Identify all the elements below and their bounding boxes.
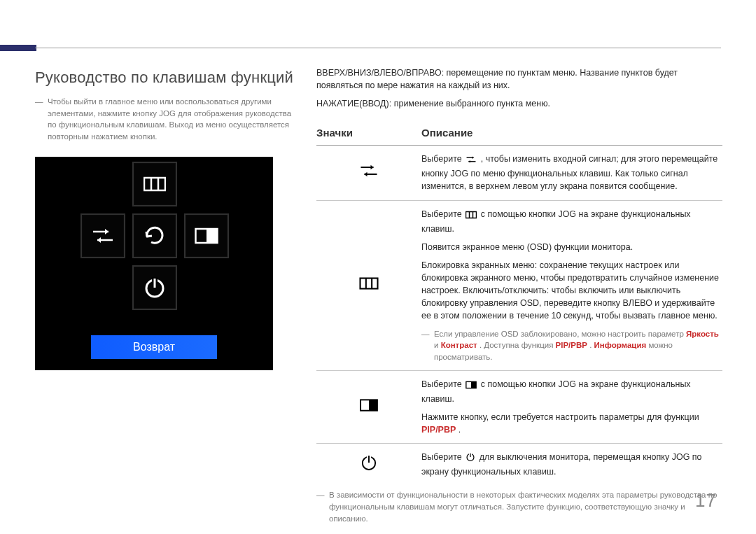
text-contrast: Контраст bbox=[441, 341, 477, 349]
svg-rect-8 bbox=[360, 278, 378, 288]
col-header-desc: Описание bbox=[421, 125, 722, 141]
return-icon bbox=[143, 224, 167, 248]
source-icon bbox=[359, 163, 379, 182]
row-power-icon-cell bbox=[316, 454, 421, 475]
pip-icon bbox=[195, 227, 218, 245]
footer-note: В зависимости от функциональности в неко… bbox=[316, 489, 722, 524]
osd-cell-menu[interactable] bbox=[132, 162, 177, 206]
source-icon-inline bbox=[465, 155, 477, 167]
col-header-icon: Значки bbox=[316, 125, 421, 141]
text: Выберите bbox=[421, 154, 464, 164]
menu-icon bbox=[359, 276, 379, 294]
text: Выберите bbox=[421, 379, 464, 389]
svg-rect-11 bbox=[466, 211, 477, 218]
text: Если управление OSD заблокировано, можно… bbox=[434, 330, 686, 338]
svg-rect-17 bbox=[471, 381, 476, 388]
row-power: Выберите для выключения монитора, переме… bbox=[316, 444, 722, 485]
text: и bbox=[434, 341, 441, 349]
osd-panel: Возврат bbox=[35, 157, 273, 370]
accent-bar bbox=[0, 45, 36, 51]
row-power-desc: Выберите для выключения монитора, переме… bbox=[421, 451, 722, 478]
text-pip: PIP/PBP bbox=[421, 425, 456, 435]
row-menu-icon-cell bbox=[316, 276, 421, 294]
left-column: Руководство по клавишам функций Чтобы вы… bbox=[35, 66, 294, 370]
top-rule bbox=[35, 48, 721, 48]
pip-icon bbox=[359, 398, 379, 416]
power-icon-inline bbox=[465, 452, 475, 465]
osd-cell-pip[interactable] bbox=[184, 213, 229, 258]
menu-icon-inline bbox=[465, 210, 477, 223]
text: Выберите bbox=[421, 452, 464, 462]
power-icon bbox=[360, 454, 378, 475]
svg-rect-15 bbox=[369, 400, 377, 410]
power-icon bbox=[143, 276, 167, 300]
icon-table: Значки Описание bbox=[316, 121, 722, 485]
osd-return-bar[interactable]: Возврат bbox=[91, 335, 217, 359]
text-brightness: Яркость bbox=[686, 330, 719, 338]
row-source-icon-cell bbox=[316, 163, 421, 182]
osd-cell-power[interactable] bbox=[132, 265, 177, 310]
menu-icon bbox=[144, 176, 166, 192]
text: Блокировка экранных меню: сохранение тек… bbox=[421, 259, 722, 323]
text: Выберите bbox=[421, 209, 464, 219]
row-menu-note: Если управление OSD заблокировано, можно… bbox=[421, 328, 722, 363]
text-info: Информация bbox=[594, 341, 647, 349]
osd-return-label: Возврат bbox=[133, 339, 175, 355]
row-source: Выберите , чтобы изменить входной сигнал… bbox=[316, 146, 722, 200]
page-number: 17 bbox=[695, 488, 717, 514]
row-pip: Выберите с помощью кнопки JOG на экране … bbox=[316, 371, 722, 444]
svg-rect-0 bbox=[144, 178, 165, 190]
row-pip-icon-cell bbox=[316, 398, 421, 416]
text: . bbox=[458, 425, 461, 435]
pip-icon-inline bbox=[465, 380, 477, 393]
source-icon bbox=[91, 227, 115, 245]
table-header: Значки Описание bbox=[316, 121, 722, 146]
intro-note: Чтобы выйти в главное меню или воспользо… bbox=[35, 96, 294, 143]
row-menu: Выберите с помощью кнопки JOG на экране … bbox=[316, 201, 722, 371]
text-pip: PIP/PBP bbox=[556, 341, 587, 349]
row-pip-desc: Выберите с помощью кнопки JOG на экране … bbox=[421, 378, 722, 437]
svg-rect-4 bbox=[206, 229, 218, 243]
text: Нажмите кнопку, если требуется настроить… bbox=[421, 412, 699, 422]
row-menu-desc: Выберите с помощью кнопки JOG на экране … bbox=[421, 208, 722, 363]
osd-cell-return[interactable] bbox=[132, 213, 177, 258]
page: Руководство по клавишам функций Чтобы вы… bbox=[0, 0, 756, 534]
text: . Доступна функция bbox=[479, 341, 556, 349]
enter-description: НАЖАТИЕ(ВВОД): применение выбранного пун… bbox=[316, 97, 722, 110]
right-column: ВВЕРХ/ВНИЗ/ВЛЕВО/ВПРАВО: перемещение по … bbox=[316, 66, 722, 524]
nav-description: ВВЕРХ/ВНИЗ/ВЛЕВО/ВПРАВО: перемещение по … bbox=[316, 66, 722, 92]
osd-cell-source[interactable] bbox=[80, 213, 125, 258]
text: Появится экранное меню (OSD) функции мон… bbox=[421, 241, 722, 253]
page-title: Руководство по клавишам функций bbox=[35, 66, 294, 89]
row-source-desc: Выберите , чтобы изменить входной сигнал… bbox=[421, 153, 722, 192]
